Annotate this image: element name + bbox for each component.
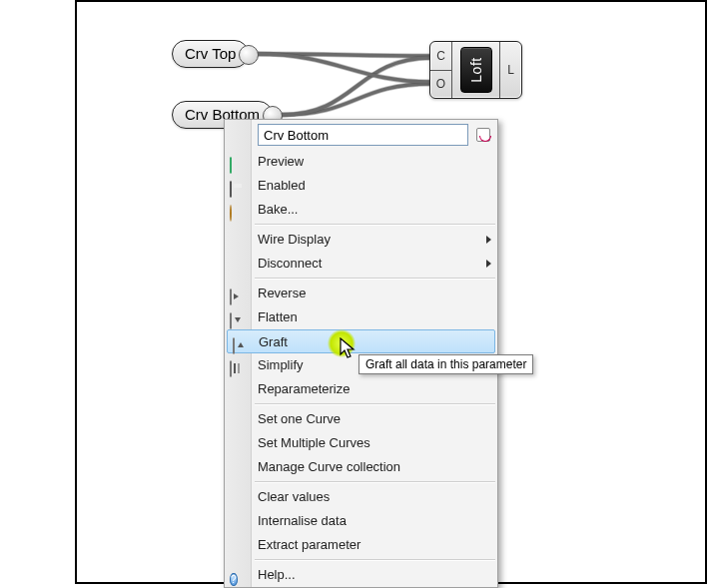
simplify-icon [230, 357, 246, 373]
param-crv-top[interactable]: Crv Top [172, 40, 249, 68]
component-chip: Loft [460, 47, 492, 93]
reverse-icon [230, 286, 246, 301]
menu-item-label: Simplify [258, 357, 304, 372]
menu-item-graft[interactable]: Graft [227, 329, 495, 353]
menu-separator [255, 481, 495, 483]
menu-item-extract-parameter[interactable]: Extract parameter [225, 533, 497, 557]
menu-item-label: Bake... [258, 202, 298, 217]
menu-item-label: Reparameterize [258, 381, 351, 396]
menu-item-label: Help... [258, 567, 296, 582]
menu-item-reparameterize[interactable]: Reparameterize [225, 377, 497, 401]
menu-item-label: Reverse [258, 286, 306, 300]
bake-icon [230, 202, 246, 218]
menu-item-label: Clear values [258, 489, 330, 504]
output-port-l[interactable]: L [500, 42, 521, 98]
menu-item-set-multiple-curves[interactable]: Set Multiple Curves [225, 431, 497, 455]
enabled-icon [230, 178, 246, 194]
menu-item-wire-display[interactable]: Wire Display [225, 228, 497, 252]
component-outputs: L [499, 42, 521, 98]
param-name-input[interactable] [258, 124, 468, 146]
menu-item-internalise[interactable]: Internalise data [225, 509, 497, 533]
menu-item-flatten[interactable]: Flatten [225, 305, 497, 329]
menu-item-label: Wire Display [258, 232, 331, 247]
component-body: Loft [452, 42, 499, 98]
flatten-icon [230, 309, 246, 325]
menu-item-disconnect[interactable]: Disconnect [225, 252, 497, 276]
curve-type-icon [474, 126, 492, 144]
menu-item-label: Extract parameter [258, 537, 360, 552]
graft-icon [233, 334, 249, 350]
component-inputs: C O [430, 42, 452, 98]
tooltip-text: Graft all data in this parameter [365, 357, 526, 371]
menu-item-clear-values[interactable]: Clear values [225, 485, 497, 509]
menu-item-reverse[interactable]: Reverse [225, 282, 497, 305]
param-output-grip[interactable] [239, 45, 259, 65]
preview-icon [230, 154, 246, 170]
help-icon: ? [230, 567, 246, 583]
menu-item-bake[interactable]: Bake... [225, 198, 497, 222]
menu-item-label: Graft [259, 334, 288, 349]
menu-item-label: Enabled [258, 178, 306, 193]
menu-item-label: Set one Curve [258, 411, 341, 426]
menu-item-set-one-curve[interactable]: Set one Curve [225, 407, 497, 431]
menu-item-label: Internalise data [258, 513, 347, 528]
input-port-c[interactable]: C [430, 42, 451, 70]
canvas-frame: Crv Top Crv Bottom C O Loft L Pr [75, 0, 707, 584]
menu-item-help[interactable]: ? Help... [225, 563, 497, 587]
menu-item-label: Manage Curve collection [258, 459, 400, 474]
param-label: Crv Top [185, 45, 236, 62]
menu-separator [255, 403, 495, 405]
menu-item-enabled[interactable]: Enabled [225, 174, 497, 198]
context-menu[interactable]: Preview Enabled Bake... Wire Display Dis… [224, 119, 498, 588]
component-loft[interactable]: C O Loft L [429, 41, 522, 99]
submenu-arrow-icon [486, 260, 491, 268]
submenu-arrow-icon [486, 236, 491, 244]
menu-separator [255, 224, 495, 226]
menu-separator [255, 559, 495, 561]
menu-item-label: Set Multiple Curves [258, 435, 370, 450]
menu-item-label: Disconnect [258, 256, 322, 271]
menu-separator [255, 278, 495, 280]
menu-item-preview[interactable]: Preview [225, 150, 497, 174]
tooltip: Graft all data in this parameter [358, 354, 533, 374]
menu-item-manage-collection[interactable]: Manage Curve collection [225, 455, 497, 479]
menu-item-label: Flatten [258, 309, 298, 324]
input-port-o[interactable]: O [430, 70, 451, 99]
menu-item-label: Preview [258, 154, 304, 169]
component-name: Loft [467, 57, 483, 82]
menu-title-row [225, 120, 497, 150]
